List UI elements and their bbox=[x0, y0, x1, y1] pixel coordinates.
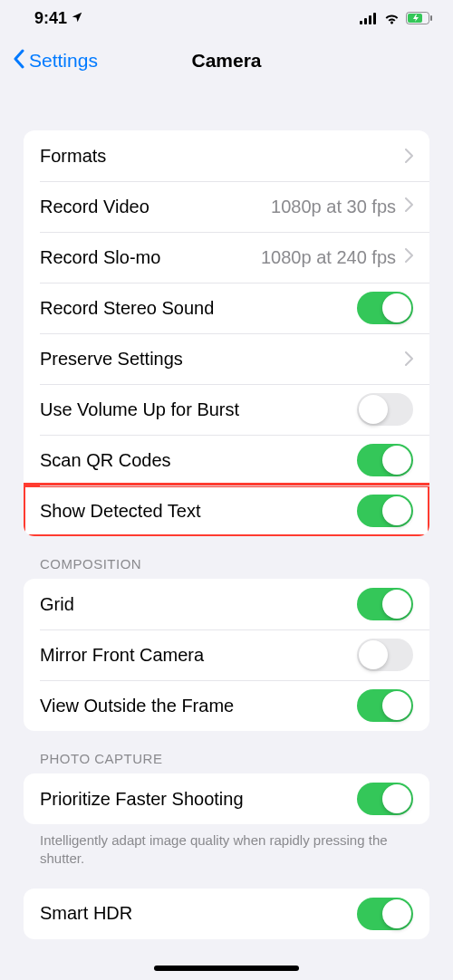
row-scan-qr-codes: Scan QR Codes bbox=[24, 435, 429, 485]
toggle-show-detected-text[interactable] bbox=[357, 495, 413, 527]
row-formats[interactable]: Formats bbox=[24, 130, 429, 181]
row-label: Prioritize Faster Shooting bbox=[40, 789, 244, 810]
row-label: Show Detected Text bbox=[40, 501, 201, 522]
row-grid: Grid bbox=[24, 579, 429, 629]
wifi-icon bbox=[383, 12, 400, 24]
row-record-slomo[interactable]: Record Slo-mo 1080p at 240 fps bbox=[24, 232, 429, 283]
toggle-scan-qr-codes[interactable] bbox=[357, 444, 413, 476]
svg-rect-2 bbox=[369, 15, 371, 24]
toggle-smart-hdr[interactable] bbox=[357, 898, 413, 930]
status-time: 9:41 bbox=[34, 9, 67, 28]
row-smart-hdr: Smart HDR bbox=[24, 889, 429, 939]
section-photo-capture: PHOTO CAPTURE Prioritize Faster Shooting… bbox=[24, 751, 429, 939]
row-label: View Outside the Frame bbox=[40, 696, 234, 716]
section-header: COMPOSITION bbox=[24, 556, 429, 579]
toggle-grid[interactable] bbox=[357, 588, 413, 620]
cellular-signal-icon bbox=[360, 13, 378, 24]
row-label: Smart HDR bbox=[40, 903, 132, 924]
chevron-right-icon bbox=[405, 248, 413, 266]
home-indicator[interactable] bbox=[154, 966, 299, 971]
svg-rect-1 bbox=[364, 18, 367, 24]
row-label: Grid bbox=[40, 594, 74, 615]
svg-rect-3 bbox=[373, 13, 376, 24]
section-general: Formats Record Video 1080p at 30 fps Rec… bbox=[24, 130, 429, 536]
toggle-mirror-front-camera[interactable] bbox=[357, 639, 413, 671]
location-arrow-icon bbox=[71, 9, 83, 28]
svg-rect-6 bbox=[430, 15, 432, 21]
section-footer: Intelligently adapt image quality when r… bbox=[24, 824, 429, 869]
row-show-detected-text: Show Detected Text bbox=[24, 485, 429, 536]
row-value: 1080p at 30 fps bbox=[271, 197, 396, 217]
page-title: Camera bbox=[191, 50, 261, 72]
toggle-view-outside-the-frame[interactable] bbox=[357, 689, 413, 722]
back-label: Settings bbox=[29, 50, 98, 72]
section-header: PHOTO CAPTURE bbox=[24, 751, 429, 773]
section-composition: COMPOSITION Grid Mirror Front Camera Vie… bbox=[24, 556, 429, 731]
nav-bar: Settings Camera bbox=[0, 36, 453, 85]
row-label: Record Stereo Sound bbox=[40, 298, 214, 319]
row-label: Record Slo-mo bbox=[40, 247, 160, 268]
row-label: Formats bbox=[40, 146, 106, 167]
row-record-video[interactable]: Record Video 1080p at 30 fps bbox=[24, 181, 429, 232]
status-bar: 9:41 bbox=[0, 0, 453, 36]
chevron-left-icon bbox=[13, 49, 25, 73]
svg-rect-0 bbox=[360, 21, 362, 24]
chevron-right-icon bbox=[405, 351, 413, 366]
row-label: Record Video bbox=[40, 197, 149, 217]
row-record-stereo-sound: Record Stereo Sound bbox=[24, 283, 429, 333]
toggle-prioritize-faster-shooting[interactable] bbox=[357, 783, 413, 815]
row-preserve-settings[interactable]: Preserve Settings bbox=[24, 333, 429, 384]
battery-charging-icon bbox=[406, 12, 433, 24]
row-view-outside-the-frame: View Outside the Frame bbox=[24, 680, 429, 731]
back-button[interactable]: Settings bbox=[13, 49, 98, 73]
row-label: Scan QR Codes bbox=[40, 450, 171, 471]
chevron-right-icon bbox=[405, 197, 413, 216]
row-label: Preserve Settings bbox=[40, 349, 183, 370]
row-label: Mirror Front Camera bbox=[40, 645, 204, 666]
row-mirror-front-camera: Mirror Front Camera bbox=[24, 629, 429, 680]
row-label: Use Volume Up for Burst bbox=[40, 399, 239, 420]
row-prioritize-faster-shooting: Prioritize Faster Shooting bbox=[24, 773, 429, 824]
row-use-volume-up-for-burst: Use Volume Up for Burst bbox=[24, 384, 429, 435]
chevron-right-icon bbox=[405, 149, 413, 163]
toggle-use-volume-up-for-burst[interactable] bbox=[357, 393, 413, 426]
toggle-record-stereo-sound[interactable] bbox=[357, 292, 413, 324]
row-value: 1080p at 240 fps bbox=[261, 247, 396, 268]
